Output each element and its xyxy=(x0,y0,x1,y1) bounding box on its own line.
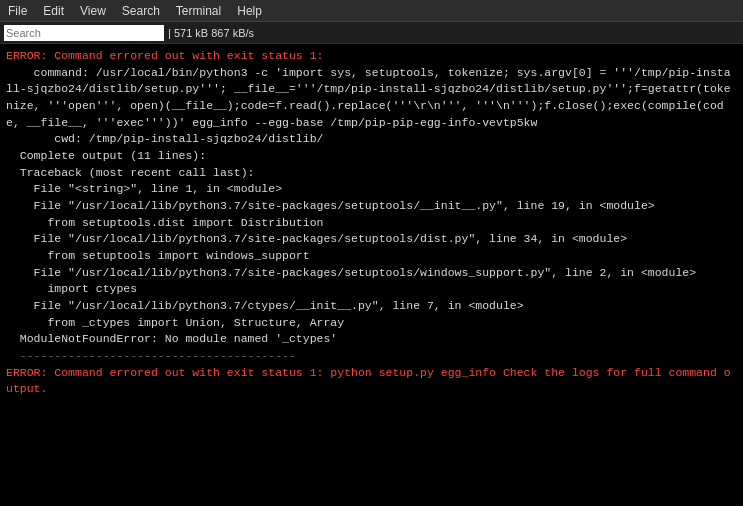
terminal-line: import ctypes xyxy=(6,281,737,298)
search-input[interactable] xyxy=(4,25,164,41)
terminal-line: from setuptools.dist import Distribution xyxy=(6,215,737,232)
menu-view[interactable]: View xyxy=(80,4,106,18)
terminal-line: command: /usr/local/bin/python3 -c 'impo… xyxy=(6,65,737,132)
terminal-line: File "<string>", line 1, in <module> xyxy=(6,181,737,198)
terminal-line: Complete output (11 lines): xyxy=(6,148,737,165)
terminal-line: cwd: /tmp/pip-install-sjqzbo24/distlib/ xyxy=(6,131,737,148)
terminal-line: from setuptools import windows_support xyxy=(6,248,737,265)
menu-help[interactable]: Help xyxy=(237,4,262,18)
status-text: | 571 kB 867 kB/s xyxy=(168,27,254,39)
menu-file[interactable]: File xyxy=(8,4,27,18)
terminal-line: File "/usr/local/lib/python3.7/site-pack… xyxy=(6,265,737,282)
terminal-line: ERROR: Command errored out with exit sta… xyxy=(6,48,737,65)
terminal-line: ModuleNotFoundError: No module named '_c… xyxy=(6,331,737,348)
menu-search[interactable]: Search xyxy=(122,4,160,18)
terminal-line: ---------------------------------------- xyxy=(6,348,737,365)
terminal-line: from _ctypes import Union, Structure, Ar… xyxy=(6,315,737,332)
terminal-line: ERROR: Command errored out with exit sta… xyxy=(6,365,737,398)
menu-terminal[interactable]: Terminal xyxy=(176,4,221,18)
terminal-output: ERROR: Command errored out with exit sta… xyxy=(0,44,743,506)
title-bar: File Edit View Search Terminal Help xyxy=(0,0,743,22)
terminal-line: File "/usr/local/lib/python3.7/site-pack… xyxy=(6,231,737,248)
terminal-line: File "/usr/local/lib/python3.7/site-pack… xyxy=(6,198,737,215)
toolbar: | 571 kB 867 kB/s xyxy=(0,22,743,44)
terminal-line: Traceback (most recent call last): xyxy=(6,165,737,182)
menu-edit[interactable]: Edit xyxy=(43,4,64,18)
terminal-line: File "/usr/local/lib/python3.7/ctypes/__… xyxy=(6,298,737,315)
